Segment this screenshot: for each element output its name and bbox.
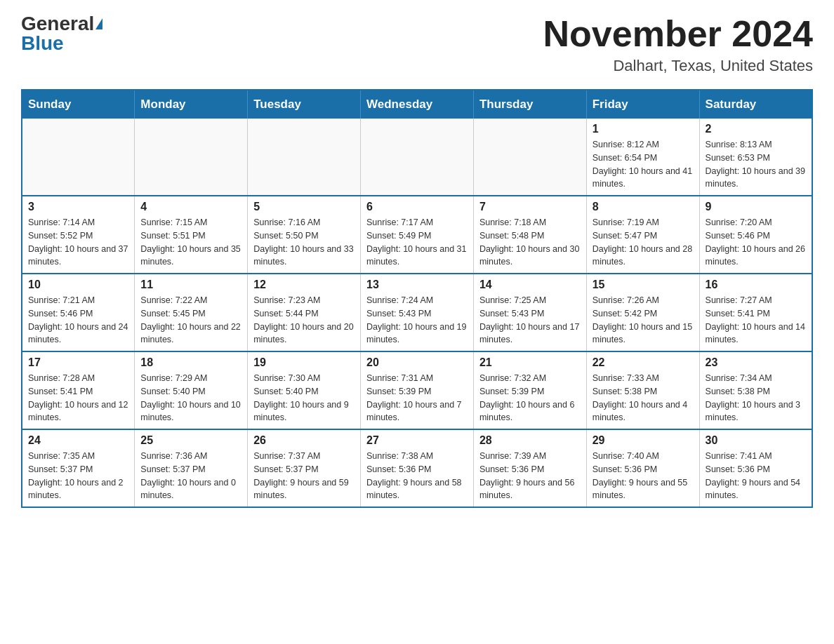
calendar-cell: 16Sunrise: 7:27 AMSunset: 5:41 PMDayligh… (699, 274, 812, 351)
calendar-cell: 19Sunrise: 7:30 AMSunset: 5:40 PMDayligh… (248, 351, 361, 429)
day-info: Sunrise: 7:17 AMSunset: 5:49 PMDaylight:… (366, 216, 468, 269)
week-row-4: 17Sunrise: 7:28 AMSunset: 5:41 PMDayligh… (22, 351, 812, 429)
column-header-thursday: Thursday (473, 90, 586, 119)
day-info: Sunrise: 7:27 AMSunset: 5:41 PMDaylight:… (706, 294, 806, 347)
day-info: Sunrise: 8:13 AMSunset: 6:53 PMDaylight:… (706, 138, 806, 191)
day-number: 6 (366, 201, 468, 213)
month-title: November 2024 (543, 14, 813, 54)
calendar-table: SundayMondayTuesdayWednesdayThursdayFrid… (21, 89, 813, 508)
day-info: Sunrise: 7:20 AMSunset: 5:46 PMDaylight:… (706, 216, 806, 269)
day-number: 3 (28, 201, 128, 213)
day-info: Sunrise: 7:37 AMSunset: 5:37 PMDaylight:… (253, 450, 355, 502)
day-number: 29 (593, 434, 694, 447)
day-info: Sunrise: 7:29 AMSunset: 5:40 PMDaylight:… (140, 372, 241, 424)
day-number: 23 (706, 356, 806, 369)
calendar-cell: 23Sunrise: 7:34 AMSunset: 5:38 PMDayligh… (699, 351, 812, 429)
calendar-cell: 14Sunrise: 7:25 AMSunset: 5:43 PMDayligh… (473, 274, 586, 351)
calendar-cell: 13Sunrise: 7:24 AMSunset: 5:43 PMDayligh… (361, 274, 474, 351)
calendar-cell: 22Sunrise: 7:33 AMSunset: 5:38 PMDayligh… (586, 351, 699, 429)
day-number: 5 (253, 201, 355, 213)
day-number: 1 (593, 123, 694, 135)
calendar-cell: 9Sunrise: 7:20 AMSunset: 5:46 PMDaylight… (699, 196, 812, 274)
day-number: 7 (479, 201, 581, 213)
day-number: 17 (28, 356, 128, 369)
calendar-cell: 1Sunrise: 8:12 AMSunset: 6:54 PMDaylight… (586, 119, 699, 196)
day-number: 20 (366, 356, 468, 369)
day-number: 10 (28, 279, 128, 291)
calendar-cell: 7Sunrise: 7:18 AMSunset: 5:48 PMDaylight… (473, 196, 586, 274)
calendar-cell: 11Sunrise: 7:22 AMSunset: 5:45 PMDayligh… (135, 274, 248, 351)
day-info: Sunrise: 7:38 AMSunset: 5:36 PMDaylight:… (366, 450, 468, 502)
calendar-cell: 15Sunrise: 7:26 AMSunset: 5:42 PMDayligh… (586, 274, 699, 351)
day-info: Sunrise: 7:39 AMSunset: 5:36 PMDaylight:… (479, 450, 581, 502)
day-number: 24 (28, 434, 128, 447)
calendar-cell (361, 119, 474, 196)
calendar-cell: 17Sunrise: 7:28 AMSunset: 5:41 PMDayligh… (22, 351, 135, 429)
page-header: General Blue November 2024 Dalhart, Texa… (21, 14, 813, 75)
column-header-monday: Monday (135, 90, 248, 119)
day-info: Sunrise: 7:26 AMSunset: 5:42 PMDaylight:… (593, 294, 694, 347)
day-number: 22 (593, 356, 694, 369)
day-number: 8 (593, 201, 694, 213)
column-header-wednesday: Wednesday (361, 90, 474, 119)
week-row-1: 1Sunrise: 8:12 AMSunset: 6:54 PMDaylight… (22, 119, 812, 196)
title-section: November 2024 Dalhart, Texas, United Sta… (543, 14, 813, 75)
day-number: 26 (253, 434, 355, 447)
day-number: 14 (479, 279, 581, 291)
day-info: Sunrise: 7:24 AMSunset: 5:43 PMDaylight:… (366, 294, 468, 347)
calendar-cell (135, 119, 248, 196)
week-row-3: 10Sunrise: 7:21 AMSunset: 5:46 PMDayligh… (22, 274, 812, 351)
day-number: 19 (253, 356, 355, 369)
day-info: Sunrise: 7:36 AMSunset: 5:37 PMDaylight:… (140, 450, 241, 502)
calendar-cell: 6Sunrise: 7:17 AMSunset: 5:49 PMDaylight… (361, 196, 474, 274)
logo: General Blue (21, 14, 102, 53)
day-info: Sunrise: 7:40 AMSunset: 5:36 PMDaylight:… (593, 450, 694, 502)
calendar-cell: 18Sunrise: 7:29 AMSunset: 5:40 PMDayligh… (135, 351, 248, 429)
day-info: Sunrise: 7:15 AMSunset: 5:51 PMDaylight:… (140, 216, 241, 269)
day-number: 2 (706, 123, 806, 135)
day-number: 4 (140, 201, 241, 213)
day-info: Sunrise: 7:23 AMSunset: 5:44 PMDaylight:… (253, 294, 355, 347)
calendar-cell: 25Sunrise: 7:36 AMSunset: 5:37 PMDayligh… (135, 429, 248, 507)
column-header-saturday: Saturday (699, 90, 812, 119)
week-row-5: 24Sunrise: 7:35 AMSunset: 5:37 PMDayligh… (22, 429, 812, 507)
day-info: Sunrise: 8:12 AMSunset: 6:54 PMDaylight:… (593, 138, 694, 191)
calendar-cell: 5Sunrise: 7:16 AMSunset: 5:50 PMDaylight… (248, 196, 361, 274)
column-header-sunday: Sunday (22, 90, 135, 119)
day-info: Sunrise: 7:28 AMSunset: 5:41 PMDaylight:… (28, 372, 128, 424)
day-number: 25 (140, 434, 241, 447)
calendar-cell: 30Sunrise: 7:41 AMSunset: 5:36 PMDayligh… (699, 429, 812, 507)
calendar-cell: 4Sunrise: 7:15 AMSunset: 5:51 PMDaylight… (135, 196, 248, 274)
calendar-cell: 29Sunrise: 7:40 AMSunset: 5:36 PMDayligh… (586, 429, 699, 507)
day-number: 11 (140, 279, 241, 291)
day-number: 18 (140, 356, 241, 369)
calendar-cell: 10Sunrise: 7:21 AMSunset: 5:46 PMDayligh… (22, 274, 135, 351)
day-info: Sunrise: 7:22 AMSunset: 5:45 PMDaylight:… (140, 294, 241, 347)
calendar-cell: 26Sunrise: 7:37 AMSunset: 5:37 PMDayligh… (248, 429, 361, 507)
logo-blue-text: Blue (21, 34, 64, 53)
calendar-cell: 2Sunrise: 8:13 AMSunset: 6:53 PMDaylight… (699, 119, 812, 196)
calendar-cell: 27Sunrise: 7:38 AMSunset: 5:36 PMDayligh… (361, 429, 474, 507)
calendar-cell (22, 119, 135, 196)
logo-triangle-icon (95, 18, 102, 29)
calendar-cell (248, 119, 361, 196)
day-info: Sunrise: 7:18 AMSunset: 5:48 PMDaylight:… (479, 216, 581, 269)
day-info: Sunrise: 7:31 AMSunset: 5:39 PMDaylight:… (366, 372, 468, 424)
calendar-cell: 21Sunrise: 7:32 AMSunset: 5:39 PMDayligh… (473, 351, 586, 429)
day-number: 28 (479, 434, 581, 447)
day-number: 15 (593, 279, 694, 291)
column-header-tuesday: Tuesday (248, 90, 361, 119)
day-number: 9 (706, 201, 806, 213)
calendar-cell: 24Sunrise: 7:35 AMSunset: 5:37 PMDayligh… (22, 429, 135, 507)
calendar-cell: 28Sunrise: 7:39 AMSunset: 5:36 PMDayligh… (473, 429, 586, 507)
day-number: 27 (366, 434, 468, 447)
calendar-cell: 8Sunrise: 7:19 AMSunset: 5:47 PMDaylight… (586, 196, 699, 274)
day-info: Sunrise: 7:30 AMSunset: 5:40 PMDaylight:… (253, 372, 355, 424)
day-info: Sunrise: 7:32 AMSunset: 5:39 PMDaylight:… (479, 372, 581, 424)
calendar-header-row: SundayMondayTuesdayWednesdayThursdayFrid… (22, 90, 812, 119)
calendar-cell: 3Sunrise: 7:14 AMSunset: 5:52 PMDaylight… (22, 196, 135, 274)
day-info: Sunrise: 7:34 AMSunset: 5:38 PMDaylight:… (706, 372, 806, 424)
day-info: Sunrise: 7:16 AMSunset: 5:50 PMDaylight:… (253, 216, 355, 269)
day-info: Sunrise: 7:33 AMSunset: 5:38 PMDaylight:… (593, 372, 694, 424)
day-info: Sunrise: 7:21 AMSunset: 5:46 PMDaylight:… (28, 294, 128, 347)
